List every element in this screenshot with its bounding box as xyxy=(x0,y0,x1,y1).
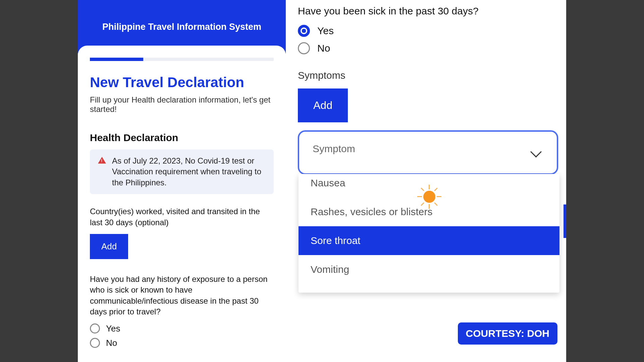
symptom-dropdown[interactable]: Symptom xyxy=(298,130,558,175)
page-title: New Travel Declaration xyxy=(90,74,274,90)
dropdown-option-sore-throat[interactable]: Sore throat xyxy=(299,226,559,255)
countries-label: Country(ies) worked, visited and transit… xyxy=(90,206,274,228)
radio-icon xyxy=(298,42,310,54)
exposure-radio-no[interactable]: No xyxy=(90,338,274,348)
radio-icon xyxy=(90,323,100,334)
radio-label: No xyxy=(106,338,117,348)
radio-icon xyxy=(298,25,310,37)
courtesy-badge: COURTESY: DOH xyxy=(458,322,557,345)
left-panel: Philippine Travel Information System New… xyxy=(78,0,286,362)
chevron-down-icon xyxy=(530,146,542,158)
dropdown-option-rashes[interactable]: Rashes, vesicles or blisters xyxy=(299,197,559,226)
sick-radio-no[interactable]: No xyxy=(298,42,558,54)
dropdown-label: Symptom xyxy=(313,143,355,155)
page-subtitle: Fill up your Health declaration informat… xyxy=(90,95,274,114)
scrollbar-thumb[interactable] xyxy=(564,204,566,238)
radio-label: Yes xyxy=(106,323,120,334)
symptom-dropdown-wrap: Symptom Nausea Rashes, vesicles or blist… xyxy=(298,130,558,175)
add-country-button[interactable]: Add xyxy=(90,234,128,259)
notice-text: As of July 22, 2023, No Covid-19 test or… xyxy=(112,156,266,188)
progress-bar xyxy=(90,58,274,61)
right-panel: Have you been sick in the past 30 days? … xyxy=(292,0,566,362)
progress-fill xyxy=(90,58,143,61)
app-title: Philippine Travel Information System xyxy=(102,22,261,32)
sick-radio-yes[interactable]: Yes xyxy=(298,25,558,37)
sick-question: Have you been sick in the past 30 days? xyxy=(298,5,558,17)
health-heading: Health Declaration xyxy=(90,132,274,143)
covid-notice: As of July 22, 2023, No Covid-19 test or… xyxy=(90,149,274,194)
symptom-dropdown-list: Nausea Rashes, vesicles or blisters Sore… xyxy=(299,174,559,293)
radio-label: Yes xyxy=(317,25,334,37)
exposure-question: Have you had any history of exposure to … xyxy=(90,274,274,317)
add-symptom-button[interactable]: Add xyxy=(298,88,348,122)
exposure-radio-yes[interactable]: Yes xyxy=(90,323,274,334)
symptoms-heading: Symptoms xyxy=(298,70,558,81)
app-stage: Philippine Travel Information System New… xyxy=(78,0,566,362)
radio-icon xyxy=(90,338,100,348)
dropdown-option-partial[interactable]: W xyxy=(299,284,559,293)
declaration-card: New Travel Declaration Fill up your Heal… xyxy=(78,46,286,348)
alert-icon xyxy=(98,157,106,164)
radio-label: No xyxy=(317,43,330,54)
dropdown-option-nausea[interactable]: Nausea xyxy=(299,174,559,197)
dropdown-option-vomiting[interactable]: Vomiting xyxy=(299,255,559,284)
